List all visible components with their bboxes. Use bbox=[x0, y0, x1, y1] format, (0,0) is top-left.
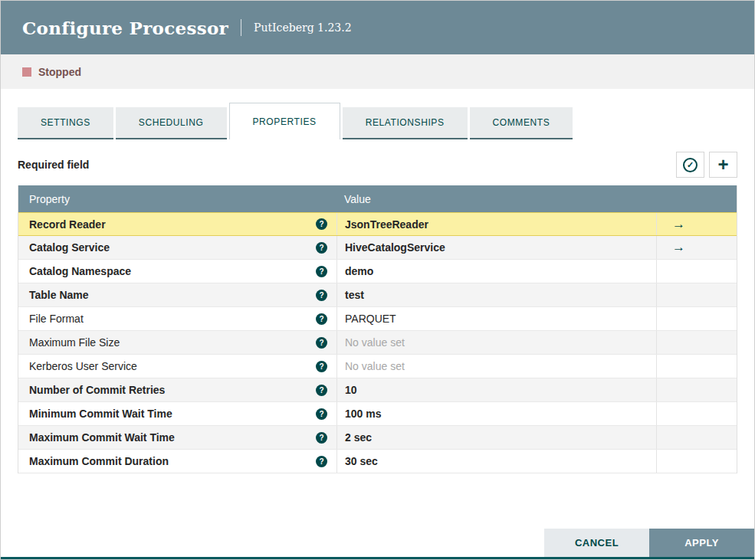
property-name: Record Reader bbox=[29, 218, 106, 231]
verify-check-icon: ✓ bbox=[683, 158, 698, 172]
dialog-title: Configure Processor bbox=[22, 18, 228, 38]
goto-cell bbox=[656, 426, 737, 449]
help-icon[interactable]: ? bbox=[316, 337, 327, 349]
property-value[interactable]: 10 bbox=[336, 378, 656, 401]
property-name: Minimum Commit Wait Time bbox=[29, 408, 172, 420]
tab-relationships[interactable]: RELATIONSHIPS bbox=[343, 107, 468, 139]
help-icon[interactable]: ? bbox=[316, 290, 327, 301]
table-header-row: Property Value bbox=[18, 185, 737, 212]
help-icon[interactable]: ? bbox=[316, 242, 327, 254]
property-value[interactable]: PARQUET bbox=[336, 307, 656, 330]
property-name: Catalog Namespace bbox=[29, 265, 131, 277]
property-row[interactable]: Maximum File Size?No value set bbox=[18, 331, 737, 355]
help-icon[interactable]: ? bbox=[316, 432, 327, 444]
property-value[interactable]: HiveCatalogService bbox=[336, 236, 656, 259]
property-name: Maximum Commit Duration bbox=[29, 455, 169, 467]
tab-scheduling[interactable]: SCHEDULING bbox=[116, 107, 227, 139]
goto-cell bbox=[656, 450, 737, 473]
goto-cell bbox=[656, 355, 737, 378]
goto-cell bbox=[656, 283, 737, 306]
dialog-content: SETTINGS SCHEDULING PROPERTIES RELATIONS… bbox=[1, 103, 754, 473]
goto-service-icon[interactable]: → bbox=[656, 236, 737, 259]
goto-cell bbox=[656, 260, 737, 283]
toolbar-buttons: ✓ + bbox=[676, 152, 737, 178]
tab-comments[interactable]: COMMENTS bbox=[470, 107, 573, 139]
property-row[interactable]: File Format?PARQUET bbox=[18, 307, 737, 331]
help-icon[interactable]: ? bbox=[316, 313, 327, 325]
goto-cell bbox=[656, 402, 737, 425]
tab-properties[interactable]: PROPERTIES bbox=[229, 103, 340, 139]
column-header-value: Value bbox=[336, 193, 656, 205]
property-name: Table Name bbox=[29, 289, 89, 301]
property-name: Maximum File Size bbox=[29, 336, 120, 349]
property-name: Catalog Service bbox=[29, 241, 110, 254]
verify-properties-button[interactable]: ✓ bbox=[676, 152, 704, 178]
plus-icon: + bbox=[717, 157, 728, 172]
help-icon[interactable]: ? bbox=[316, 456, 327, 467]
property-row[interactable]: Catalog Namespace?demo bbox=[18, 260, 737, 283]
required-field-label: Required field bbox=[18, 159, 89, 171]
goto-cell bbox=[656, 378, 737, 401]
property-value[interactable]: No value set bbox=[336, 331, 656, 354]
footer-buttons: CANCEL APPLY bbox=[544, 529, 754, 557]
property-name: Number of Commit Retries bbox=[29, 384, 165, 396]
stopped-status-icon bbox=[22, 67, 31, 77]
property-value[interactable]: JsonTreeReader bbox=[336, 213, 656, 235]
property-row[interactable]: Kerberos User Service?No value set bbox=[18, 355, 737, 378]
property-row[interactable]: Record Reader?JsonTreeReader→ bbox=[18, 212, 737, 236]
processor-name-version: PutIceberg 1.23.2 bbox=[241, 19, 352, 36]
configure-processor-dialog: Configure Processor PutIceberg 1.23.2 St… bbox=[0, 0, 755, 560]
dialog-header: Configure Processor PutIceberg 1.23.2 bbox=[1, 1, 754, 54]
property-name: Kerberos User Service bbox=[29, 360, 137, 372]
goto-cell bbox=[656, 307, 737, 330]
properties-table: Property Value Record Reader?JsonTreeRea… bbox=[18, 185, 737, 473]
property-row[interactable]: Maximum Commit Wait Time?2 sec bbox=[18, 426, 737, 450]
property-row[interactable]: Catalog Service?HiveCatalogService→ bbox=[18, 236, 737, 260]
help-icon[interactable]: ? bbox=[316, 385, 327, 396]
property-value[interactable]: 100 ms bbox=[336, 402, 656, 425]
dialog-bottom-border bbox=[1, 557, 754, 559]
properties-toolbar: Required field ✓ + bbox=[18, 152, 737, 178]
status-bar: Stopped bbox=[1, 54, 754, 89]
property-name: Maximum Commit Wait Time bbox=[29, 431, 175, 444]
property-row[interactable]: Maximum Commit Duration?30 sec bbox=[18, 450, 737, 473]
help-icon[interactable]: ? bbox=[316, 408, 327, 420]
property-value[interactable]: 30 sec bbox=[336, 450, 656, 473]
help-icon[interactable]: ? bbox=[316, 218, 327, 230]
cancel-button[interactable]: CANCEL bbox=[544, 529, 649, 557]
property-row[interactable]: Table Name?test bbox=[18, 283, 737, 307]
property-value[interactable]: demo bbox=[336, 260, 656, 283]
help-icon[interactable]: ? bbox=[316, 266, 327, 277]
column-header-property: Property bbox=[18, 193, 336, 205]
status-label: Stopped bbox=[38, 66, 81, 78]
property-row[interactable]: Minimum Commit Wait Time?100 ms bbox=[18, 402, 737, 426]
tab-settings[interactable]: SETTINGS bbox=[18, 107, 113, 139]
property-value[interactable]: 2 sec bbox=[336, 426, 656, 449]
property-value[interactable]: test bbox=[336, 283, 656, 306]
goto-service-icon[interactable]: → bbox=[656, 213, 737, 235]
property-name: File Format bbox=[29, 313, 84, 325]
goto-cell bbox=[656, 331, 737, 354]
property-row[interactable]: Number of Commit Retries?10 bbox=[18, 378, 737, 402]
apply-button[interactable]: APPLY bbox=[649, 529, 754, 557]
property-value[interactable]: No value set bbox=[336, 355, 656, 378]
help-icon[interactable]: ? bbox=[316, 361, 327, 372]
add-property-button[interactable]: + bbox=[709, 152, 737, 178]
properties-table-body: Record Reader?JsonTreeReader→Catalog Ser… bbox=[18, 212, 737, 473]
tab-bar: SETTINGS SCHEDULING PROPERTIES RELATIONS… bbox=[18, 103, 737, 139]
